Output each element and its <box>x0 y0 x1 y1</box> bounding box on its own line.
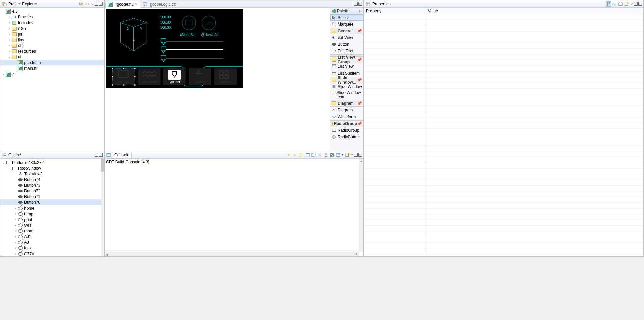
svg-rect-88 <box>107 153 111 154</box>
device-preview[interactable]: X Y Z 500.00 500.00 500.00 ₽Moto Sto <box>106 9 243 88</box>
palette-slidewindow[interactable]: Slide Window <box>330 83 363 90</box>
console-toolbar: ▾ ▾ – ▢ <box>286 152 362 158</box>
outline-button73[interactable]: Button73 <box>0 182 104 188</box>
palette-marquee[interactable]: Marquee <box>330 21 363 28</box>
tree-node-i18n[interactable]: ›i18n <box>0 26 104 31</box>
tree-node-resources[interactable]: ›resources <box>0 48 104 54</box>
scroll-down-icon[interactable] <box>286 152 291 158</box>
palette-select[interactable]: Select <box>330 14 363 21</box>
palette: Palette▷ Select Marquee General📌 AText V… <box>330 8 363 151</box>
project-explorer-header: Project Explorer ▽ – ▢ <box>0 0 104 8</box>
scroll-lock-icon[interactable] <box>323 152 329 158</box>
wrap-icon[interactable] <box>298 152 303 158</box>
tab-gcode[interactable]: *gcode.ftu✕ <box>105 1 140 8</box>
outline-wh[interactable]: ›WH <box>0 222 104 228</box>
svg-point-72 <box>333 136 335 138</box>
palette-radiogroup[interactable]: RadioGroup <box>330 127 363 134</box>
outline-button70[interactable]: Button70 <box>0 199 104 205</box>
outline-more[interactable]: ›more <box>0 228 104 234</box>
tree-node-main[interactable]: main.ftu <box>0 65 104 71</box>
pin-console-icon[interactable] <box>305 152 310 158</box>
hscroll-track[interactable]: ◀▶ <box>105 252 359 256</box>
tree-node-ui[interactable]: ⌄ui <box>0 54 104 60</box>
copy-build-icon[interactable] <box>329 152 335 158</box>
col-value[interactable]: Value <box>426 8 440 14</box>
palette-edittext[interactable]: Edit Text <box>330 48 363 54</box>
palette-slideicon[interactable]: Slide Window Icon <box>330 90 363 100</box>
maximize-icon[interactable]: ▢ <box>99 2 103 6</box>
tree-node-obj[interactable]: ›obj <box>0 43 104 48</box>
collapse-all-icon[interactable] <box>79 1 84 7</box>
tab-gcodelogic[interactable]: cgcodeLogic.cc <box>140 1 178 8</box>
palette-textview[interactable]: AText View <box>330 34 363 41</box>
palette-group-general[interactable]: General📌 <box>330 28 363 34</box>
tree-node-gcode[interactable]: gcode.ftu <box>0 60 104 65</box>
palette-radiobutton[interactable]: RadioButton <box>330 134 363 140</box>
show-advanced-icon[interactable] <box>612 1 617 7</box>
link-editor-icon[interactable] <box>85 1 90 7</box>
new-console-dd[interactable]: ▾ <box>351 153 353 156</box>
clear-console-icon[interactable] <box>317 152 323 158</box>
minimize-icon[interactable]: – <box>95 2 98 6</box>
open-console-dd[interactable]: ▾ <box>341 153 344 156</box>
editor-maximize-icon[interactable]: ▢ <box>358 2 362 6</box>
view-menu-icon[interactable]: ▽ <box>91 2 94 5</box>
svg-rect-90 <box>306 153 310 154</box>
editor-minimize-icon[interactable]: – <box>354 2 358 6</box>
tree-node-jni[interactable]: ›jni <box>0 31 104 37</box>
outline-textview3[interactable]: ATextView3 <box>0 171 104 177</box>
minimize-icon[interactable]: – <box>354 153 358 157</box>
outline-lock[interactable]: ›lock <box>0 245 104 251</box>
restore-defaults-icon[interactable] <box>618 1 623 7</box>
properties-table[interactable]: PropertyValue <box>364 8 643 256</box>
minimize-icon[interactable]: – <box>95 153 98 157</box>
pin-icon[interactable]: 📌 <box>357 29 362 33</box>
palette-group-list[interactable]: List View Group📌 <box>330 56 363 63</box>
outline-print[interactable]: ›print <box>0 217 104 222</box>
svg-rect-78 <box>607 4 608 5</box>
tree-node-root[interactable]: ⌄4.3 <box>0 8 104 14</box>
svg-text:@Heating: @Heating <box>142 80 157 84</box>
palette-diagram[interactable]: Diagram <box>330 107 363 113</box>
col-property[interactable]: Property <box>364 8 426 14</box>
outline-aj1[interactable]: ›AJ1 <box>0 234 104 239</box>
outline-button72[interactable]: Button72 <box>0 188 104 194</box>
outline-tree[interactable]: ⌄Platform 480x272 ⌄RootWindow ATextView3… <box>0 159 104 256</box>
palette-arrow-icon[interactable]: ▷ <box>359 10 362 13</box>
palette-group-diagram[interactable]: Diagram📌 <box>330 100 363 107</box>
new-console-icon[interactable] <box>345 152 350 158</box>
display-selected-icon[interactable] <box>311 152 316 158</box>
console-body[interactable]: CDT Build Console [4.3] ▲ ◀▶ <box>105 159 363 256</box>
outline-platform[interactable]: ⌄Platform 480x272 <box>0 159 104 165</box>
maximize-icon[interactable]: ▢ <box>99 153 103 157</box>
palette-waveform[interactable]: Waveform <box>330 113 363 120</box>
editor-canvas[interactable]: X Y Z 500.00 500.00 500.00 ₽Moto Sto <box>105 8 330 151</box>
minimize-icon[interactable]: – <box>634 2 638 6</box>
outline-button74[interactable]: Button74 <box>0 177 104 182</box>
view-menu-icon[interactable]: ▽ <box>630 2 633 5</box>
show-categories-icon[interactable] <box>606 1 611 7</box>
outline-c77v[interactable]: ›C77V <box>0 251 104 256</box>
palette-group-radio[interactable]: RadioGroup📌 <box>330 120 363 127</box>
outline-root[interactable]: ⌄RootWindow <box>0 165 104 171</box>
palette-button[interactable]: Button <box>330 41 363 48</box>
maximize-icon[interactable]: ▢ <box>358 153 362 157</box>
tree-node-libs[interactable]: ›libs <box>0 37 104 43</box>
palette-group-slide[interactable]: Slide Window...📌 <box>330 77 363 83</box>
tree-node-binaries[interactable]: ›011Binaries <box>0 14 104 20</box>
palette-listview[interactable]: List View <box>330 63 363 70</box>
svg-point-57 <box>333 11 336 13</box>
maximize-icon[interactable]: ▢ <box>638 2 642 6</box>
outline-aj[interactable]: ›AJ <box>0 239 104 245</box>
project-tree[interactable]: ⌄4.3 ›011Binaries ›Includes ›i18n ›jni ›… <box>0 8 104 151</box>
vscroll-track[interactable]: ▲ <box>359 159 363 252</box>
outline-home[interactable]: ›home <box>0 205 104 211</box>
close-icon[interactable]: ✕ <box>135 3 138 6</box>
open-console-icon[interactable] <box>335 152 341 158</box>
tree-node-includes[interactable]: ›Includes <box>0 20 104 26</box>
outline-button71[interactable]: Button71 <box>0 194 104 199</box>
outline-temp[interactable]: ›temp <box>0 211 104 217</box>
tree-node-7[interactable]: ›7 <box>0 71 104 77</box>
new-view-icon[interactable] <box>624 1 629 7</box>
scroll-up-icon[interactable] <box>292 152 297 158</box>
